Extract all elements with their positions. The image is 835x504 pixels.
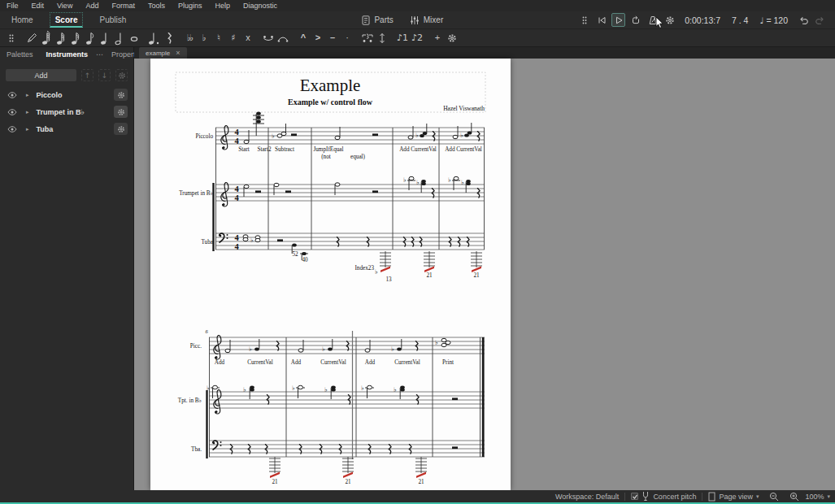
close-icon[interactable]: × <box>176 49 180 57</box>
trumpet-notes[interactable]: ♭ ♭ ♭ ♭ <box>244 176 480 198</box>
rest-button[interactable] <box>162 30 176 46</box>
menu-tools[interactable]: Tools <box>141 2 172 10</box>
playback-position[interactable]: 7 . 4 <box>732 15 748 25</box>
instrument-settings-button[interactable] <box>115 69 128 81</box>
panel-tab-instruments[interactable]: Instruments <box>40 50 95 59</box>
staccato-button[interactable]: · <box>340 30 354 46</box>
playback-time[interactable]: 0:00:13:7 <box>685 15 720 25</box>
move-up-button[interactable]: ↑ <box>81 69 94 81</box>
menu-view[interactable]: View <box>50 2 79 10</box>
instrument-row-trumpet[interactable]: ▸ Trumpet in B♭ <box>0 103 133 120</box>
staff-label[interactable]: Piccolo <box>195 133 213 140</box>
panel-tab-overflow[interactable]: ⋯ <box>96 50 103 59</box>
tie-button[interactable] <box>261 30 276 46</box>
play-button[interactable] <box>611 13 625 27</box>
visibility-eye-icon[interactable] <box>7 126 17 133</box>
chevron-right-icon[interactable]: ▸ <box>26 126 29 133</box>
quarter-note-button[interactable] <box>98 30 112 46</box>
concert-pitch-toggle[interactable]: Concert pitch <box>631 491 696 502</box>
zoom-out-button[interactable] <box>769 492 779 502</box>
tempo-value[interactable]: = 120 <box>766 15 788 25</box>
view-mode-select[interactable]: Page view ▾ <box>708 492 759 502</box>
menu-format[interactable]: Format <box>105 2 141 10</box>
treble-clef[interactable] <box>214 390 221 414</box>
voice-2-button[interactable]: ♪2 <box>410 30 424 46</box>
staff-label[interactable]: Tuba <box>201 239 213 245</box>
slur-button[interactable] <box>276 30 290 46</box>
tab-score[interactable]: Score <box>50 12 84 28</box>
staff-label[interactable]: Trumpet in B♭ <box>179 190 213 197</box>
32nd-note-button[interactable] <box>54 30 68 46</box>
trumpet-notes[interactable]: ♭ ♭ ♭ ♭ ♭ ♭ <box>207 385 458 405</box>
tenuto-button[interactable]: – <box>325 30 340 46</box>
chevron-right-icon[interactable]: ▸ <box>26 92 29 98</box>
panel-tab-palettes[interactable]: Palettes <box>5 50 40 59</box>
sharp-button[interactable]: ♯ <box>226 30 241 46</box>
mixer-button[interactable]: Mixer <box>410 15 443 25</box>
voice-1-button[interactable]: ♪1 <box>395 30 410 46</box>
instrument-row-piccolo[interactable]: ▸ Piccolo <box>0 86 133 103</box>
customize-toolbar-button[interactable]: + <box>430 30 445 46</box>
loop-playback-button[interactable] <box>628 13 642 27</box>
tab-publish[interactable]: Publish <box>94 13 131 27</box>
treble-clef[interactable] <box>221 183 228 206</box>
instrument-gear-button[interactable] <box>114 106 128 118</box>
staff-label[interactable]: Picc. <box>190 343 202 350</box>
rewind-button[interactable] <box>594 13 608 27</box>
toolbar-settings-button[interactable] <box>445 30 459 46</box>
flat-button[interactable]: ♭ <box>197 30 211 46</box>
undo-button[interactable] <box>796 13 810 27</box>
eighth-note-button[interactable] <box>83 30 98 46</box>
flip-direction-button[interactable] <box>375 30 389 46</box>
toolbar-drag-handle[interactable] <box>4 30 19 46</box>
menu-add[interactable]: Add <box>79 2 105 10</box>
whole-note-button[interactable] <box>127 30 141 46</box>
score-title[interactable]: Example <box>300 76 361 95</box>
score-canvas[interactable]: example × Example Example w/ control flo… <box>134 47 835 490</box>
instrument-gear-button[interactable] <box>114 123 128 135</box>
double-flat-button[interactable]: ♭♭ <box>182 30 197 46</box>
add-instrument-button[interactable]: Add <box>6 69 76 81</box>
tab-home[interactable]: Home <box>7 13 38 27</box>
menu-help[interactable]: Help <box>208 2 237 10</box>
menu-edit[interactable]: Edit <box>25 2 51 10</box>
accent-button[interactable]: > <box>311 30 325 46</box>
instrument-gear-button[interactable] <box>114 89 128 101</box>
playback-drag-handle[interactable] <box>577 13 591 27</box>
menu-file[interactable]: File <box>0 2 25 10</box>
menu-diagnostic[interactable]: Diagnostic <box>237 2 284 10</box>
zoom-in-button[interactable] <box>789 492 799 502</box>
score-composer[interactable]: Hazel Viswanath <box>443 105 485 112</box>
chevron-right-icon[interactable]: ▸ <box>26 109 29 115</box>
workspace-button[interactable]: Workspace: Default <box>555 493 619 501</box>
zoom-level-select[interactable]: 100% ▾ <box>805 493 830 501</box>
half-note-button[interactable] <box>112 30 127 46</box>
staff-label[interactable]: Tba. <box>191 446 202 453</box>
augmentation-dot-button[interactable] <box>147 30 162 46</box>
parts-button[interactable]: Parts <box>362 15 393 25</box>
piccolo-staff-text[interactable]: Start Start2 Subtract JumpIfEqual (not e… <box>238 146 482 160</box>
document-tab[interactable]: example × <box>139 47 187 59</box>
marcato-button[interactable]: ^ <box>296 30 311 46</box>
instrument-row-tuba[interactable]: ▸ Tuba <box>0 120 133 137</box>
tuba-staff-text[interactable]: 21 21 21 <box>272 479 424 485</box>
natural-button[interactable]: ♮ <box>211 30 226 46</box>
barlines[interactable] <box>286 337 433 457</box>
staff-label[interactable]: Tpt. in B♭ <box>178 398 202 404</box>
treble-clef[interactable] <box>214 336 221 359</box>
double-sharp-button[interactable]: x <box>241 30 255 46</box>
tuplet-button[interactable] <box>360 30 375 46</box>
visibility-eye-icon[interactable] <box>7 92 17 98</box>
playback-settings-button[interactable] <box>663 13 676 27</box>
score-subtitle[interactable]: Example w/ control flow <box>288 98 373 106</box>
note-input-button[interactable] <box>24 30 39 46</box>
piccolo-staff-text[interactable]: Add CurrentVal Add CurrentVal Add Curren… <box>215 359 454 366</box>
redo-button[interactable] <box>813 13 827 27</box>
treble-clef[interactable] <box>221 126 228 150</box>
move-down-button[interactable]: ↓ <box>98 69 111 81</box>
64th-note-button[interactable] <box>39 30 54 46</box>
menu-plugins[interactable]: Plugins <box>172 2 209 10</box>
visibility-eye-icon[interactable] <box>7 109 17 115</box>
score-page[interactable]: Example Example w/ control flow Hazel Vi… <box>150 59 511 490</box>
16th-note-button[interactable] <box>68 30 83 46</box>
